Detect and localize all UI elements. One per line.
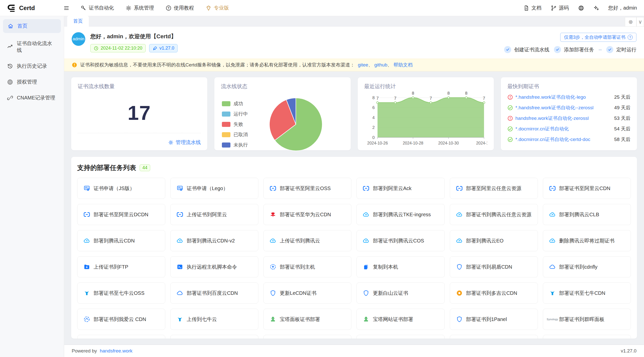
task-card-partial[interactable] — [263, 335, 351, 339]
cert-name-link[interactable]: handsfree.work证书自动化-zerossl — [515, 115, 612, 122]
legend-item-3[interactable]: 已取消 — [222, 131, 248, 138]
task-card[interactable]: 部署证书至阿里云CDN — [543, 178, 631, 199]
task-card[interactable]: 部署到腾讯云CDN-v2 — [170, 230, 258, 251]
task-card[interactable]: 部署证书到我爱云 CDN — [77, 309, 165, 330]
task-card[interactable]: 部署证书到多吉云CDN — [450, 282, 538, 304]
language-globe-icon[interactable] — [578, 5, 584, 11]
nav-menu-label: 专业版 — [214, 5, 229, 11]
gear-icon — [126, 5, 132, 11]
task-card[interactable]: 更新LeCDN证书 — [263, 282, 351, 304]
sidebar-item-1[interactable]: 证书自动化流水线 — [0, 35, 64, 58]
legend-item-4[interactable]: 未执行 — [222, 142, 248, 148]
nav-link-source[interactable]: 源码 — [551, 5, 569, 11]
nav-menu-1[interactable]: 系统管理 — [126, 5, 154, 11]
cert-name-link[interactable]: *.handsfree.work证书自动化--zerossl — [515, 104, 612, 111]
task-card[interactable]: 部署到腾讯云TKE-ingress — [356, 204, 445, 225]
top-navbar: Certd 证书自动化系统管理?使用教程专业版 文档 源码 您好，admin — [0, 0, 644, 16]
task-label: 上传证书到腾讯云 — [280, 237, 320, 244]
sidebar-item-2[interactable]: 执行历史记录 — [0, 58, 64, 74]
task-card-partial[interactable] — [356, 335, 445, 339]
sidebar-collapse-icon[interactable] — [63, 5, 69, 11]
svg-text:8: 8 — [372, 95, 374, 100]
brand[interactable]: Certd — [7, 4, 63, 13]
task-card-partial[interactable] — [450, 335, 538, 339]
task-card[interactable]: 部署证书到主机 — [263, 256, 351, 277]
tab-home[interactable]: 首页 — [67, 16, 89, 27]
task-card[interactable]: 部署证书到1Panel — [450, 309, 538, 330]
cert-name-link[interactable]: *.docmirror.cn证书自动化 — [515, 126, 612, 132]
task-card[interactable]: 删除腾讯云即将过期证书 — [543, 230, 631, 251]
task-card[interactable]: 部署到腾讯云EO — [450, 230, 538, 251]
task-card[interactable]: 部署证书至阿里云OSS — [263, 178, 351, 199]
alert-link-帮助文档[interactable]: 帮助文档 — [393, 62, 413, 67]
tencent-icon — [84, 237, 90, 244]
manage-pipelines-link[interactable]: 管理流水线 — [168, 139, 201, 146]
three-steps-hint-badge[interactable]: 仅需3步，全自动申请部署证书 ? — [560, 33, 636, 42]
task-label: 证书申请（JS版） — [94, 185, 135, 192]
alert-link-gitee[interactable]: gitee — [358, 62, 368, 67]
tab-close-button[interactable]: ⊗ — [625, 17, 636, 27]
pipeline-status-card: 流水线状态 成功运行中失败已取消未执行 — [214, 77, 350, 150]
error-circle-icon — [507, 116, 513, 121]
sidebar-item-3[interactable]: 授权管理 — [0, 74, 64, 90]
nav-link-docs[interactable]: 文档 — [523, 5, 542, 11]
nav-menu-3[interactable]: 专业版 — [206, 5, 229, 11]
task-card[interactable]: 部署到腾讯云CLB — [543, 204, 631, 225]
tencent-icon — [549, 211, 556, 218]
nav-menu-2[interactable]: ?使用教程 — [166, 5, 194, 11]
handsfree-link[interactable]: handsfree.work — [100, 348, 133, 353]
pie-legend: 成功运行中失败已取消未执行 — [222, 100, 248, 148]
nav-menu-0[interactable]: 证书自动化 — [80, 5, 114, 11]
cloud-icon — [177, 290, 183, 296]
task-card[interactable]: 部署到腾讯云CDN — [77, 230, 165, 251]
legend-item-0[interactable]: 成功 — [222, 100, 248, 107]
task-card[interactable]: 部署至阿里云任意云资源 — [450, 178, 538, 199]
task-card[interactable]: 上传证书到阿里云 — [170, 204, 258, 225]
task-card[interactable]: 宝塔面板证书部署 — [263, 309, 351, 330]
task-card-partial[interactable] — [170, 335, 258, 339]
alert-links: gitee、 github、 帮助文档 — [358, 62, 413, 68]
aliyun-icon — [363, 185, 369, 192]
legend-item-2[interactable]: 失败 — [222, 121, 248, 128]
task-label: 部署证书到腾讯云任意云资源 — [466, 211, 532, 218]
task-card[interactable]: 部署证书到腾讯云COS — [356, 230, 445, 251]
task-card[interactable]: 上传到七牛云 — [170, 309, 258, 330]
alert-link-github[interactable]: github — [374, 62, 387, 67]
task-card-partial[interactable] — [543, 335, 631, 339]
task-card[interactable]: 部署证书到cdnfly — [543, 256, 631, 277]
task-card[interactable]: 部署证书到百度云CDN — [170, 282, 258, 304]
user-greeting[interactable]: 您好，admin — [608, 5, 637, 11]
cert-name-link[interactable]: *.handsfree.work证书自动化-lego — [515, 94, 612, 100]
clock-icon — [94, 46, 99, 51]
task-label: 部署证书至七牛云OSS — [94, 290, 144, 297]
check-circle-icon — [606, 46, 613, 53]
task-card[interactable]: 部署证书至华为云CDN — [263, 204, 351, 225]
task-card[interactable]: 部署证书至阿里云DCDN — [77, 204, 165, 225]
legend-swatch — [222, 142, 230, 148]
task-card[interactable]: 部署证书至七牛CDN — [543, 282, 631, 304]
task-card[interactable]: 上传证书到腾讯云 — [263, 230, 351, 251]
task-card[interactable]: 更新白山云证书 — [356, 282, 445, 304]
card-title: 流水线状态 — [221, 83, 344, 90]
task-card[interactable]: 宝塔网站证书部署 — [356, 309, 445, 330]
task-card[interactable]: 部署到阿里云Ack — [356, 178, 445, 199]
task-card-partial[interactable] — [77, 335, 165, 339]
task-card[interactable]: 部署证书到易盾CDN — [450, 256, 538, 277]
tab-menu-chevron-down-icon[interactable]: ∨ — [636, 17, 644, 27]
sidebar-item-0[interactable]: 首页 — [3, 19, 61, 33]
tencent-icon — [177, 237, 183, 244]
task-card[interactable]: 证书申请（JS版） — [77, 178, 165, 199]
task-card[interactable]: 上传证书到FTP — [77, 256, 165, 277]
avatar[interactable]: admin — [72, 32, 85, 46]
sidebar-item-label: 证书自动化流水线 — [17, 40, 57, 54]
task-card[interactable]: 部署证书至七牛云OSS — [77, 282, 165, 304]
task-card[interactable]: Synology部署证书到群晖面板 — [543, 309, 631, 330]
task-card[interactable]: 证书申请（Lego） — [170, 178, 258, 199]
sparkles-icon[interactable] — [593, 5, 599, 11]
legend-item-1[interactable]: 运行中 — [222, 111, 248, 117]
task-card[interactable]: 执行远程主机脚本命令 — [170, 256, 258, 277]
task-card[interactable]: 复制到本机 — [356, 256, 445, 277]
task-card[interactable]: 部署证书到腾讯云任意云资源 — [450, 204, 538, 225]
cert-name-link[interactable]: *.docmirror.cn证书自动化-certd-doc — [515, 136, 612, 143]
sidebar-item-4[interactable]: CNAME记录管理 — [0, 90, 64, 106]
